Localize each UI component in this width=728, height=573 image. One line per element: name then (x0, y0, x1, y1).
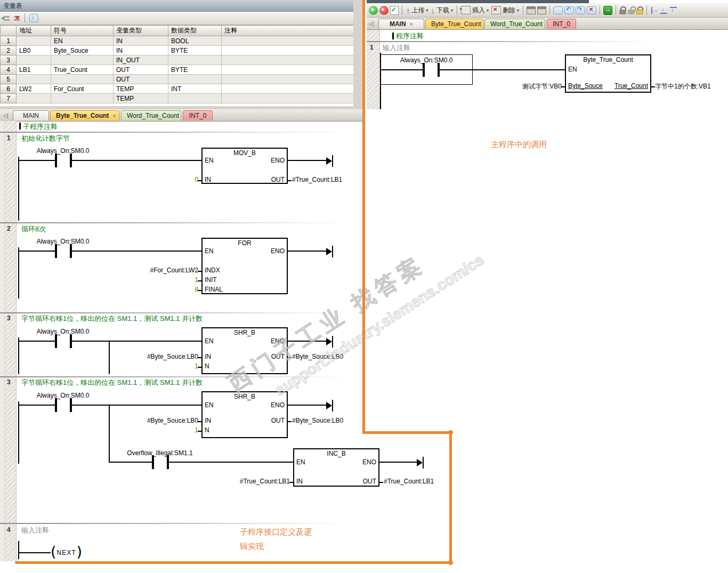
tile-windows-icon[interactable] (537, 6, 546, 14)
contact[interactable] (55, 154, 57, 167)
operand[interactable]: #Byte_Souce:LB0 (292, 417, 343, 424)
table-cell[interactable] (51, 55, 114, 65)
contact[interactable] (423, 63, 425, 77)
operand[interactable]: #Byte_Souce:LB0 (147, 353, 198, 360)
tab-int0[interactable]: INT_0 (547, 19, 576, 29)
dropdown-icon[interactable]: ▾ (487, 8, 489, 13)
table-cell[interactable] (222, 94, 354, 103)
tab-byte-true-count[interactable]: Byte_True_Count (425, 19, 483, 29)
shr-b-block[interactable]: SHR_B EN ENO IN N OUT (201, 391, 288, 438)
next-coil[interactable]: (NEXT) (51, 546, 82, 560)
table-cell[interactable] (168, 94, 222, 103)
byte-true-count-call-block[interactable]: Byte_True_Count EN Byte_Souce True_Count (565, 54, 651, 93)
table-cell[interactable] (17, 55, 51, 65)
shr-b-block[interactable]: SHR_B EN ENO IN N OUT (201, 327, 288, 374)
dropdown-icon[interactable]: ▾ (517, 8, 519, 13)
tab-byte-true-count[interactable]: Byte_True_Count× (50, 110, 119, 120)
table-cell[interactable]: Byte_Souce (51, 46, 114, 55)
operand[interactable]: #Byte_Souce:LB0 (292, 353, 343, 360)
tab-scroll-left-icon[interactable]: ◁ (369, 18, 373, 29)
operand[interactable]: 字节中1的个数:VB1 (655, 82, 711, 91)
operand[interactable]: #True_Count:LB1 (384, 478, 434, 485)
mov-b-block[interactable]: MOV_B EN ENO IN OUT (201, 148, 288, 184)
table-cell[interactable] (222, 84, 354, 94)
program-comment[interactable]: 程序注释 (396, 31, 424, 41)
table-cell[interactable]: BOOL (168, 36, 222, 46)
go-to-icon[interactable] (603, 6, 612, 15)
add-password-icon[interactable] (636, 6, 643, 14)
operand[interactable]: 测试字节:VB0 (522, 82, 562, 91)
redo-icon[interactable] (576, 6, 585, 14)
contact[interactable] (55, 244, 57, 258)
network-comment[interactable]: 输入注释 (21, 526, 49, 535)
tab-main[interactable]: MAIN (13, 110, 49, 120)
table-cell[interactable] (17, 94, 51, 103)
upload-button[interactable]: ↑ 上传 ▾ (406, 6, 429, 15)
dropdown-icon[interactable]: ▾ (426, 8, 428, 13)
table-cell[interactable] (51, 94, 114, 103)
table-cell[interactable] (51, 75, 114, 84)
operand[interactable]: 8 (195, 286, 198, 293)
table-cell[interactable]: LB0 (17, 46, 51, 55)
for-block[interactable]: FOR EN ENO INDX INIT FINAL (201, 238, 288, 294)
unlock-icon[interactable] (628, 6, 635, 14)
tab-scroll-left-icon[interactable]: ◁ (3, 110, 7, 120)
table-cell[interactable]: EN (51, 36, 114, 46)
table-cell[interactable] (168, 55, 222, 65)
run-icon[interactable] (369, 6, 378, 15)
network-comment[interactable]: 循环8次 (21, 224, 46, 234)
table-cell[interactable]: TEMP (114, 94, 168, 103)
operand[interactable]: #Byte_Souce:LB0 (147, 417, 198, 424)
download-button[interactable]: ↓ 下载 ▾ (431, 6, 454, 15)
network-comment[interactable]: 输入注释 (383, 43, 410, 53)
table-cell[interactable] (222, 65, 354, 75)
table-cell[interactable] (222, 46, 354, 55)
operand[interactable]: #True_Count:LB1 (292, 176, 342, 183)
table-cell[interactable] (168, 75, 222, 84)
table-cell[interactable]: TEMP (114, 84, 168, 94)
table-cell[interactable]: BYTE (168, 46, 222, 55)
operand[interactable]: #True_Count:LB1 (240, 478, 290, 485)
contact[interactable] (152, 455, 154, 469)
lock-icon[interactable] (619, 6, 626, 14)
col-comment[interactable]: 注释 (222, 26, 354, 36)
close-icon[interactable]: × (112, 112, 116, 119)
table-cell[interactable]: IN_OUT (114, 55, 168, 65)
network-comment[interactable]: 字节循环右移1位，移出的位在 SM1.1，测试 SM1.1 并计数 (21, 314, 203, 324)
table-cell[interactable]: True_Count (51, 65, 114, 75)
network-comment[interactable]: 字节循环右移1位，移出的位在 SM1.1，测试 SM1.1 并计数 (21, 378, 203, 388)
operand[interactable]: 1 (195, 362, 198, 370)
tab-word-true-count[interactable]: Word_True_Count (484, 19, 545, 29)
contact[interactable] (55, 334, 57, 348)
col-symbol[interactable]: 符号 (51, 26, 114, 36)
operand[interactable]: 1 (195, 426, 198, 434)
stop-icon[interactable] (379, 6, 389, 15)
contact[interactable] (55, 398, 57, 412)
close-window-icon[interactable] (587, 6, 596, 14)
table-cell[interactable] (222, 75, 354, 84)
operand[interactable]: #For_Count:LW2 (150, 267, 199, 274)
table-cell[interactable]: IN (114, 36, 168, 46)
delete-button[interactable]: 删除 ▾ (491, 6, 520, 15)
table-cell[interactable]: OUT (114, 65, 168, 75)
close-icon[interactable]: × (410, 21, 413, 27)
table-cell[interactable]: IN (114, 46, 168, 55)
operand[interactable]: 1 (195, 276, 198, 284)
operand[interactable]: 0 (195, 176, 198, 183)
new-window-icon[interactable] (553, 6, 563, 14)
expand-down-icon[interactable] (660, 6, 668, 14)
insert-button[interactable]: 插入 ▾ (460, 6, 489, 15)
network-comment[interactable]: 初始化计数字节 (21, 134, 70, 143)
table-cell[interactable]: LB1 (17, 65, 51, 75)
delete-row-icon[interactable] (13, 15, 20, 22)
col-vartype[interactable]: 变量类型 (114, 26, 168, 36)
table-cell[interactable]: INT (168, 84, 222, 94)
table-cell[interactable]: OUT (114, 75, 168, 84)
paste-icon[interactable] (29, 14, 38, 22)
table-cell[interactable] (222, 36, 354, 46)
table-cell[interactable]: LW2 (17, 84, 51, 94)
subroutine-comment[interactable]: 子程序注释 (23, 122, 58, 132)
cascade-windows-icon[interactable] (527, 6, 536, 14)
variable-table-titlebar[interactable]: 变量表 (0, 0, 355, 12)
table-cell[interactable] (17, 36, 51, 46)
